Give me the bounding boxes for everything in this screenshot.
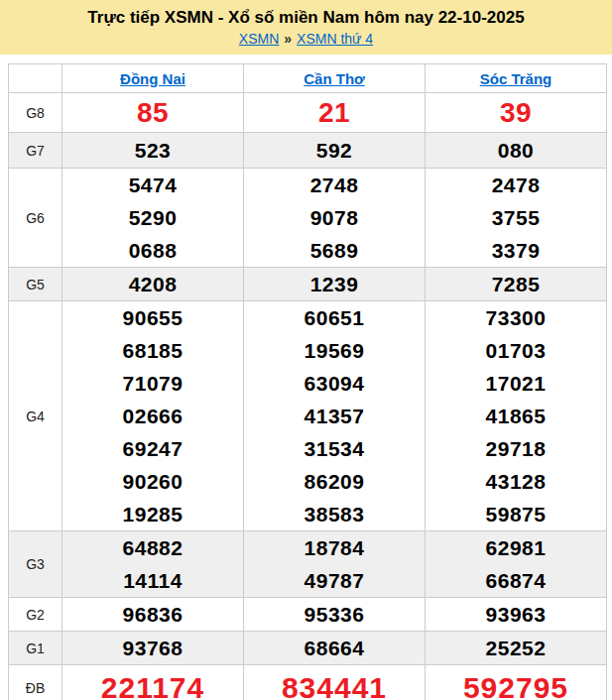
table-row: G6547452900688274890785689247837553379 [9, 169, 607, 268]
result-cell: 592795 [426, 665, 607, 700]
result-cell: 274890785689 [244, 169, 426, 268]
result-number: 66874 [426, 564, 606, 597]
result-number: 1239 [244, 268, 425, 300]
result-number: 41865 [426, 400, 606, 432]
table-row: ĐB221174834441592795 [9, 665, 607, 700]
result-cell: 547452900688 [62, 169, 244, 268]
result-cell: 592 [244, 133, 426, 169]
result-number: 01703 [426, 334, 606, 367]
result-cell: 221174 [62, 665, 244, 700]
result-number: 5290 [62, 201, 243, 234]
table-row: G8852139 [9, 93, 607, 133]
result-number: 080 [426, 133, 606, 168]
result-number: 73300 [426, 301, 606, 334]
result-cell: 85 [62, 93, 244, 133]
breadcrumb: XSMN»XSMN thứ 4 [0, 31, 612, 48]
result-number: 5474 [62, 169, 243, 201]
table-row: G5420812397285 [9, 268, 607, 301]
result-number: 3755 [426, 201, 606, 234]
column-header-can-tho: Cần Thơ [244, 64, 426, 93]
result-number: 29718 [426, 432, 606, 465]
result-cell: 7285 [426, 268, 607, 301]
breadcrumb-separator: » [284, 31, 292, 47]
result-number: 3379 [426, 234, 606, 267]
result-number: 19569 [244, 334, 425, 367]
province-link-can-tho[interactable]: Cần Thơ [304, 70, 365, 87]
breadcrumb-link-xsmn-thu-4[interactable]: XSMN thứ 4 [297, 31, 373, 47]
result-cell: 96836 [62, 598, 244, 632]
result-number: 90260 [62, 465, 243, 498]
result-number: 39 [426, 93, 606, 132]
result-number: 62981 [426, 531, 606, 564]
province-link-soc-trang[interactable]: Sóc Trăng [480, 70, 552, 87]
result-number: 834441 [244, 665, 425, 700]
result-cell: 73300017031702141865297184312859875 [426, 301, 607, 531]
result-number: 02666 [62, 400, 243, 432]
table-row: G1937686866425252 [9, 632, 607, 665]
result-cell: 6298166874 [426, 531, 607, 598]
result-number: 2748 [244, 169, 425, 201]
result-number: 63094 [244, 367, 425, 400]
result-number: 21 [244, 93, 425, 132]
result-cell: 080 [426, 133, 607, 169]
result-number: 7285 [426, 268, 606, 300]
column-header-dong-nai: Đồng Nai [62, 64, 244, 93]
result-cell: 90655681857107902666692479026019285 [62, 301, 244, 531]
lottery-results-table: Đồng Nai Cần Thơ Sóc Trăng G8852139G7523… [8, 63, 607, 700]
prize-label: G1 [9, 632, 62, 665]
result-number: 68664 [244, 632, 425, 664]
table-row: G490655681857107902666692479026019285606… [9, 301, 607, 531]
result-cell: 95336 [244, 598, 426, 632]
result-number: 64882 [62, 531, 243, 564]
result-number: 43128 [426, 465, 606, 498]
prize-label: G4 [9, 301, 62, 531]
result-number: 14114 [62, 564, 243, 597]
column-header-row: Đồng Nai Cần Thơ Sóc Trăng [9, 64, 607, 93]
result-number: 2478 [426, 169, 606, 201]
breadcrumb-link-xsmn[interactable]: XSMN [239, 31, 279, 47]
result-number: 60651 [244, 301, 425, 334]
prize-label: G2 [9, 598, 62, 632]
prize-label: G7 [9, 133, 62, 169]
result-number: 71079 [62, 367, 243, 400]
result-cell: 25252 [426, 632, 607, 665]
corner-cell [9, 64, 62, 93]
result-number: 68185 [62, 334, 243, 367]
result-number: 59875 [426, 498, 606, 530]
result-number: 49787 [244, 564, 425, 597]
result-number: 41357 [244, 400, 425, 432]
result-number: 0688 [62, 234, 243, 267]
result-number: 9078 [244, 201, 425, 234]
result-number: 4208 [62, 268, 243, 300]
result-number: 221174 [62, 665, 243, 700]
result-cell: 68664 [244, 632, 426, 665]
table-row: G2968369533693963 [9, 598, 607, 632]
prize-label: G8 [9, 93, 62, 133]
result-cell: 39 [426, 93, 607, 133]
result-number: 93963 [426, 598, 606, 631]
table-row: G7523592080 [9, 133, 607, 169]
result-cell: 247837553379 [426, 169, 607, 268]
result-cell: 6488214114 [62, 531, 244, 598]
result-number: 95336 [244, 598, 425, 631]
result-number: 592 [244, 133, 425, 168]
result-cell: 1878449787 [244, 531, 426, 598]
result-number: 25252 [426, 632, 606, 664]
result-number: 5689 [244, 234, 425, 267]
result-number: 523 [62, 133, 243, 168]
prize-label: G3 [9, 531, 62, 598]
result-number: 592795 [426, 665, 606, 700]
result-number: 18784 [244, 531, 425, 564]
result-cell: 93963 [426, 598, 607, 632]
result-number: 17021 [426, 367, 606, 400]
result-number: 85 [62, 93, 243, 132]
prize-label: G6 [9, 169, 62, 268]
province-link-dong-nai[interactable]: Đồng Nai [120, 70, 185, 87]
result-cell: 21 [244, 93, 426, 133]
result-number: 90655 [62, 301, 243, 334]
result-cell: 523 [62, 133, 244, 169]
result-cell: 93768 [62, 632, 244, 665]
result-cell: 4208 [62, 268, 244, 301]
result-number: 96836 [62, 598, 243, 631]
result-number: 19285 [62, 498, 243, 530]
